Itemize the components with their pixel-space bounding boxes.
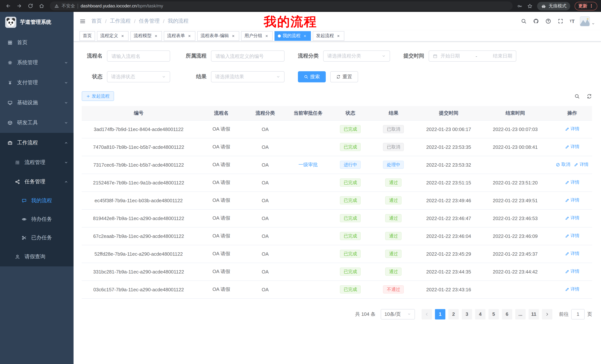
help-button[interactable] xyxy=(545,18,551,24)
sidebar-item-done-tasks[interactable]: 已办任务 xyxy=(0,229,74,247)
sidebar-item-system[interactable]: 系统管理 xyxy=(0,53,74,73)
toggle-search-icon[interactable] xyxy=(574,93,580,99)
table-header-row: 编号流程名流程分类当前审批任务状态结果提交时间结束时间操作 xyxy=(82,106,592,120)
key-button[interactable] xyxy=(517,3,523,9)
pager-more[interactable]: ... xyxy=(515,309,526,319)
sidebar-item-infrastructure[interactable]: 基础设施 xyxy=(0,93,74,113)
view-tab[interactable]: 首页 xyxy=(80,31,95,41)
home-button[interactable] xyxy=(37,1,46,10)
detail-link[interactable]: 详情 xyxy=(565,233,580,239)
detail-link[interactable]: 详情 xyxy=(565,251,580,257)
sidebar-logo[interactable]: 芋道管理系统 xyxy=(0,12,74,33)
sidebar-item-task-management[interactable]: 任务管理 xyxy=(0,172,74,192)
category-select[interactable]: 请选择流程分类 xyxy=(323,50,390,62)
user-menu[interactable] xyxy=(580,16,595,26)
security-label[interactable]: 不安全 xyxy=(62,3,75,9)
definition-input[interactable] xyxy=(211,50,285,62)
next-page-button[interactable] xyxy=(542,309,552,319)
view-tab[interactable]: 发起流程 xyxy=(313,31,344,41)
cancel-link[interactable]: 取消 xyxy=(556,162,570,168)
back-button[interactable] xyxy=(4,1,13,10)
current-task-link[interactable]: 一级审批 xyxy=(299,162,318,167)
refresh-table-icon[interactable] xyxy=(587,93,592,99)
back-icon xyxy=(5,3,11,9)
detail-link[interactable]: 详情 xyxy=(565,286,580,293)
pager-page[interactable]: 1 xyxy=(435,309,445,319)
pager-page[interactable]: 3 xyxy=(462,309,472,319)
pager-page[interactable]: 4 xyxy=(475,309,485,319)
detail-link[interactable]: 详情 xyxy=(565,126,580,132)
search-button[interactable] xyxy=(521,18,527,24)
view-tab[interactable]: 流程表单-编辑 xyxy=(197,31,239,41)
detail-link[interactable]: 详情 xyxy=(565,144,580,150)
detail-link[interactable]: 详情 xyxy=(574,162,589,168)
sidebar-item-workflow[interactable]: 工作流程 xyxy=(0,133,74,153)
goto-page-input[interactable] xyxy=(571,309,585,319)
prev-page-button[interactable] xyxy=(421,309,432,319)
filter-row-1: 流程名 所属流程 流程分类 请选择流程分类 xyxy=(82,50,592,62)
cell-status: 已完成 xyxy=(333,245,368,263)
star-button[interactable] xyxy=(527,3,533,9)
action-label: 详情 xyxy=(580,162,589,168)
view-tab[interactable]: 我的流程 xyxy=(274,31,311,41)
close-icon[interactable] xyxy=(187,33,192,38)
incognito-badge[interactable]: 无痕模式 xyxy=(537,2,570,10)
breadcrumb-item[interactable]: 任务管理 xyxy=(139,18,160,25)
detail-link[interactable]: 详情 xyxy=(565,268,580,275)
cell-current-task xyxy=(283,209,333,227)
sidebar-item-devtools[interactable]: 研发工具 xyxy=(0,113,74,133)
tabs-bar: 首页流程定义流程模型流程表单流程表单-编辑用户分组我的流程发起流程 xyxy=(74,30,601,42)
detail-link[interactable]: 详情 xyxy=(565,179,580,186)
status-tag: 已完成 xyxy=(340,214,361,222)
reload-button[interactable] xyxy=(26,1,35,10)
pager-page[interactable]: 6 xyxy=(502,309,512,319)
fullscreen-button[interactable] xyxy=(557,18,563,24)
forward-button[interactable] xyxy=(15,1,24,10)
cell-current-task xyxy=(283,120,333,138)
avatar[interactable] xyxy=(580,16,590,26)
close-icon[interactable] xyxy=(302,33,308,38)
name-input[interactable] xyxy=(107,50,170,62)
close-icon[interactable] xyxy=(120,33,125,38)
detail-link[interactable]: 详情 xyxy=(565,197,580,203)
sidebar-item-my-process[interactable]: 我的流程 xyxy=(0,192,74,210)
reset-button[interactable]: 重置 xyxy=(330,71,358,82)
breadcrumb-separator: / xyxy=(163,18,165,24)
view-tab[interactable]: 流程定义 xyxy=(97,31,129,41)
github-button[interactable] xyxy=(533,18,539,24)
font-size-button[interactable]: TT xyxy=(570,18,575,24)
kebab-menu-icon[interactable]: ⋮ xyxy=(589,3,594,9)
address-bar[interactable]: 不安全 dashboard.yudao.iocoder.cn/bpm/task/… xyxy=(50,1,513,10)
cell-id: 67c2eaab-7b9a-11ec-a290-acde48001122 xyxy=(82,227,196,245)
pager-page[interactable]: 5 xyxy=(489,309,499,319)
date-range-picker[interactable]: 开始日期 - 结束日期 xyxy=(429,50,516,62)
cell-result: 通过 xyxy=(368,245,419,263)
hamburger-icon[interactable] xyxy=(80,18,86,24)
status-select[interactable]: 请选择状态 xyxy=(107,71,170,82)
close-icon[interactable] xyxy=(264,33,269,38)
result-select[interactable]: 请选择流结果 xyxy=(211,71,285,82)
sidebar-item-process-management[interactable]: 流程管理 xyxy=(0,153,74,172)
breadcrumb-item[interactable]: 首页 xyxy=(91,18,102,25)
view-tab[interactable]: 流程模型 xyxy=(130,31,162,41)
pager-page[interactable]: 11 xyxy=(529,309,539,319)
close-icon[interactable] xyxy=(231,33,236,38)
sidebar-item-payment[interactable]: 支付管理 xyxy=(0,73,74,93)
detail-link[interactable]: 详情 xyxy=(565,215,580,221)
close-icon[interactable] xyxy=(153,33,159,38)
browser-update-button[interactable]: 更新 ⋮ xyxy=(575,2,597,10)
sidebar-item-todo-tasks[interactable]: 待办任务 xyxy=(0,210,74,229)
cell-process-name: OA 请假 xyxy=(196,280,247,298)
breadcrumb-item[interactable]: 工作流程 xyxy=(110,18,131,25)
search-button[interactable]: 搜索 xyxy=(298,71,326,82)
sidebar-item-home[interactable]: 首页 xyxy=(0,33,74,53)
pager-page[interactable]: 2 xyxy=(448,309,459,319)
sidebar-item-leave-query[interactable]: 请假查询 xyxy=(0,247,74,266)
view-tab[interactable]: 用户分组 xyxy=(241,31,273,41)
create-process-button[interactable]: 发起流程 xyxy=(82,91,114,101)
url-text[interactable]: dashboard.yudao.iocoder.cn/bpm/task/my xyxy=(80,3,163,9)
close-icon[interactable] xyxy=(336,33,341,38)
view-tab[interactable]: 流程表单 xyxy=(164,31,195,41)
page-size-select[interactable]: 10条/页 xyxy=(381,309,415,319)
cell-id: 819442e8-7b9a-11ec-a290-acde48001122 xyxy=(82,209,196,227)
